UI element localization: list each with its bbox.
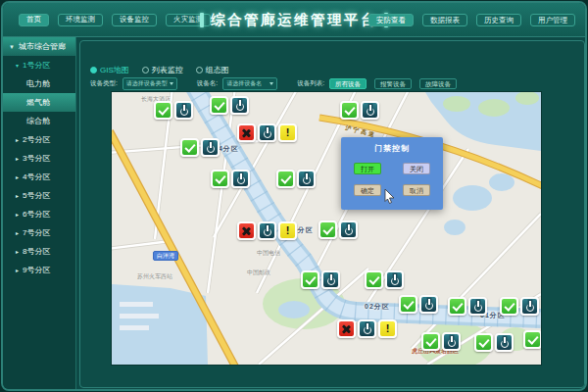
view-mode-radio[interactable]: 列表监控 — [142, 65, 183, 75]
device-ok-check-icon[interactable] — [301, 270, 319, 289]
device-group[interactable] — [523, 330, 541, 349]
device-power-icon[interactable] — [258, 123, 276, 142]
device-group[interactable] — [421, 332, 461, 351]
device-power-icon[interactable] — [258, 221, 276, 240]
sidebar-item-label: 7号分区 — [23, 227, 50, 238]
device-ok-check-icon[interactable] — [365, 270, 383, 289]
device-power-icon[interactable] — [495, 333, 514, 352]
device-group[interactable] — [154, 101, 193, 120]
device-power-icon[interactable] — [520, 297, 539, 316]
sidebar: ▼ 城市综合管廊 ▾1号分区电力舱燃气舱综合舱▸2号分区▸3号分区▸4号分区▸5… — [3, 37, 76, 389]
device-ok-check-icon[interactable] — [318, 220, 337, 239]
device-power-icon[interactable] — [385, 270, 404, 289]
check-glyph — [280, 172, 291, 183]
map[interactable]: 04分区03分区02分区01分区长海大酒店白洋湾苏州火车西站中国电信中国邮政沪宁… — [112, 92, 541, 365]
sidebar-item[interactable]: 综合舱 — [3, 112, 75, 130]
header-nav-button[interactable]: 历史查询 — [476, 14, 521, 26]
sidebar-item[interactable]: ▸2号分区 — [3, 130, 75, 149]
sidebar-item[interactable]: ▾1号分区 — [3, 56, 75, 74]
device-power-icon[interactable] — [174, 101, 193, 120]
header-nav-button[interactable]: 设备监控 — [112, 14, 157, 26]
device-warning-icon[interactable]: ! — [278, 123, 297, 142]
door-open-button[interactable]: 打开 — [354, 163, 381, 174]
device-power-icon[interactable] — [231, 170, 250, 188]
device-group[interactable] — [276, 170, 316, 188]
device-power-icon[interactable] — [201, 138, 220, 157]
sidebar-item[interactable]: 燃气舱 — [3, 93, 75, 112]
device-power-icon[interactable] — [361, 101, 379, 120]
device-group[interactable] — [500, 297, 539, 316]
sidebar-item[interactable]: 电力舱 — [3, 74, 75, 93]
device-ok-check-icon[interactable] — [523, 330, 541, 349]
device-power-icon[interactable] — [442, 332, 461, 351]
device-type-select[interactable]: 请选择设备类型 — [122, 77, 177, 90]
device-list-filter-group: 所有设备报警设备故障设备 — [329, 78, 457, 89]
sidebar-item[interactable]: ▸7号分区 — [3, 223, 75, 242]
view-mode-radios: GIS地图列表监控组态图 — [90, 65, 229, 75]
device-group[interactable] — [399, 295, 438, 314]
device-ok-check-icon[interactable] — [421, 332, 440, 351]
device-filter-button[interactable]: 故障设备 — [419, 78, 457, 89]
device-power-icon[interactable] — [358, 319, 376, 338]
device-ok-check-icon[interactable] — [500, 297, 518, 316]
device-alarm-x-icon[interactable] — [237, 221, 256, 240]
header-nav-button[interactable]: 安防查看 — [368, 14, 414, 26]
cancel-button[interactable]: 取消 — [403, 184, 430, 196]
device-group[interactable] — [365, 270, 404, 289]
device-ok-check-icon[interactable] — [448, 297, 466, 316]
device-power-icon[interactable] — [468, 297, 487, 316]
view-mode-radio[interactable]: GIS地图 — [90, 65, 129, 75]
sidebar-item[interactable]: ▸6号分区 — [3, 205, 75, 223]
device-group[interactable] — [448, 297, 487, 316]
device-alarm-x-icon[interactable] — [337, 319, 356, 338]
device-ok-check-icon[interactable] — [276, 170, 295, 188]
check-glyph — [214, 99, 224, 110]
device-name-select[interactable]: 请选择设备名 — [222, 77, 277, 90]
device-group[interactable]: ! — [337, 319, 397, 338]
device-group[interactable]: ! — [237, 123, 297, 142]
device-ok-check-icon[interactable] — [399, 295, 417, 314]
device-power-icon[interactable] — [230, 96, 249, 115]
confirm-button[interactable]: 确定 — [354, 184, 381, 196]
device-ok-check-icon[interactable] — [210, 96, 228, 115]
device-warning-icon[interactable]: ! — [278, 221, 297, 240]
device-filter-button[interactable]: 所有设备 — [329, 78, 367, 89]
power-bar — [451, 336, 453, 342]
device-group[interactable]: ! — [237, 221, 297, 240]
power-bar — [369, 105, 371, 111]
device-alarm-x-icon[interactable] — [237, 123, 256, 142]
map-poi-label: 白洋湾 — [153, 251, 178, 261]
header-nav-button[interactable]: 用户管理 — [530, 14, 575, 26]
sidebar-item[interactable]: ▸9号分区 — [3, 261, 75, 279]
header-nav-button[interactable]: 首页 — [19, 14, 49, 26]
header-nav-button[interactable]: 数据报表 — [422, 14, 467, 26]
device-power-icon[interactable] — [321, 270, 340, 289]
device-ok-check-icon[interactable] — [154, 101, 172, 120]
view-mode-radio[interactable]: 组态图 — [196, 65, 229, 75]
device-group[interactable] — [301, 270, 340, 289]
device-ok-check-icon[interactable] — [474, 333, 493, 352]
device-group[interactable] — [180, 138, 220, 157]
sidebar-root-item[interactable]: ▼ 城市综合管廊 — [3, 37, 75, 56]
device-type-value: 请选择设备类型 — [126, 79, 168, 88]
device-filter-button[interactable]: 报警设备 — [374, 78, 412, 89]
sidebar-item[interactable]: ▸3号分区 — [3, 149, 75, 168]
device-ok-check-icon[interactable] — [180, 138, 199, 157]
device-ok-check-icon[interactable] — [340, 101, 359, 120]
device-power-icon[interactable] — [419, 295, 438, 314]
check-glyph — [184, 141, 195, 152]
device-group[interactable] — [340, 101, 379, 120]
device-power-icon[interactable] — [297, 170, 316, 188]
sidebar-item[interactable]: ▸5号分区 — [3, 186, 75, 205]
device-ok-check-icon[interactable] — [211, 170, 229, 188]
sidebar-item[interactable]: ▸8号分区 — [3, 242, 75, 261]
device-power-icon[interactable] — [339, 220, 358, 239]
device-group[interactable] — [210, 96, 249, 115]
door-close-button[interactable]: 关闭 — [403, 163, 430, 174]
header-nav-button[interactable]: 环境监测 — [58, 14, 103, 26]
device-warning-icon[interactable]: ! — [378, 319, 397, 338]
sidebar-item[interactable]: ▸4号分区 — [3, 168, 75, 186]
device-group[interactable] — [211, 170, 250, 188]
device-group[interactable] — [474, 333, 514, 352]
device-group[interactable] — [318, 220, 358, 239]
